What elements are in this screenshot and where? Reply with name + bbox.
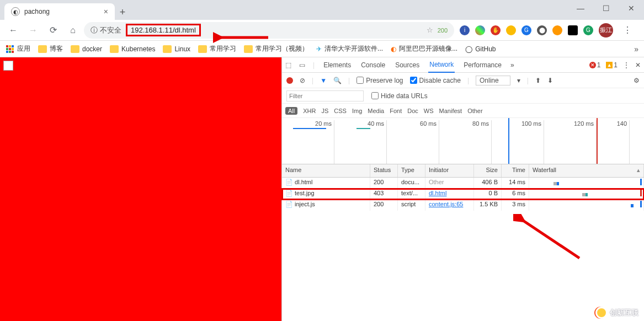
device-toggle-icon[interactable]: ▭ [299, 61, 305, 69]
clear-icon[interactable]: ⊘ [300, 77, 305, 84]
filter-manifest[interactable]: Manifest [439, 108, 462, 114]
bookmark-folder[interactable]: Linux [163, 45, 190, 53]
apps-grid-icon [6, 45, 14, 54]
menu-kebab-icon[interactable]: ⋮ [619, 22, 636, 39]
col-size[interactable]: Size [474, 164, 502, 177]
bookmark-label: docker [82, 45, 102, 53]
bookmark-label: GitHub [475, 45, 496, 53]
apps-shortcut[interactable]: 应用 [6, 44, 30, 54]
tab-console[interactable]: Console [360, 58, 386, 72]
bookmark-tsinghua[interactable]: ✈清华大学开源软件... [316, 44, 383, 54]
network-toolbar: ⊘ | ▼ 🔍 | Preserve log Disable cache | O… [282, 73, 644, 88]
tab-network[interactable]: Network [428, 57, 455, 73]
tab-sources[interactable]: Sources [394, 58, 421, 72]
bookmarks-overflow-icon[interactable]: » [634, 45, 638, 54]
download-har-icon[interactable]: ⬇ [547, 77, 553, 84]
table-row[interactable]: 📄 test.jpg403text/...dl.html0 B6 ms [282, 189, 644, 200]
svg-rect-2 [12, 45, 14, 47]
filter-img[interactable]: Img [352, 108, 362, 114]
throttle-select[interactable]: Online [476, 76, 510, 85]
hide-data-urls-checkbox[interactable]: Hide data URLs [371, 92, 428, 100]
filter-other[interactable]: Other [467, 108, 483, 114]
folder-icon [163, 45, 172, 53]
throttle-chevron-icon[interactable]: ▾ [517, 77, 520, 84]
filter-doc[interactable]: Doc [407, 108, 418, 114]
more-tabs-icon[interactable]: » [510, 61, 514, 69]
filter-media[interactable]: Media [368, 108, 384, 114]
forward-button[interactable]: → [24, 22, 42, 39]
home-button[interactable]: ⌂ [64, 22, 82, 39]
svg-rect-8 [12, 51, 14, 53]
annotation-arrow-time [513, 214, 585, 264]
timeline-overview[interactable]: 20 ms 40 ms 60 ms 80 ms 100 ms 120 ms 14… [282, 118, 644, 164]
col-waterfall[interactable]: Waterfall ▴ [529, 164, 644, 177]
reload-button[interactable]: ⟳ [44, 22, 62, 39]
col-type[interactable]: Type [398, 164, 425, 177]
ext-rings-icon[interactable] [475, 25, 485, 35]
close-window-button[interactable]: ✕ [619, 0, 644, 17]
apps-label: 应用 [17, 44, 30, 54]
error-count[interactable]: ✕1 [589, 61, 601, 69]
ext-translate-icon[interactable]: G [521, 25, 531, 35]
window-controls: — ☐ ✕ [568, 0, 644, 17]
ext-dark-icon[interactable]: ⬤ [537, 25, 547, 35]
table-row[interactable]: 📄 dl.html200docu...Other406 B14 ms [282, 178, 644, 189]
watermark: 创新互联 [595, 307, 638, 319]
folder-icon [38, 45, 47, 53]
col-status[interactable]: Status [370, 164, 398, 177]
filter-toggle-icon[interactable]: ▼ [320, 77, 327, 84]
filter-input[interactable] [286, 90, 364, 101]
table-row[interactable]: 📄 inject.js200scriptcontent.js:651.5 KB3… [282, 200, 644, 211]
tab-close-icon[interactable]: × [104, 7, 108, 16]
filter-xhr[interactable]: XHR [303, 108, 316, 114]
bookmark-alibaba[interactable]: ◐阿里巴巴开源镜像... [391, 44, 457, 54]
new-tab-button[interactable]: + [115, 4, 130, 20]
filter-all[interactable]: All [285, 107, 297, 115]
devtools-close-icon[interactable]: ✕ [635, 61, 641, 69]
devtools-menu-icon[interactable]: ⋮ [623, 61, 630, 69]
watermark-logo-icon [595, 307, 608, 319]
filter-font[interactable]: Font [390, 108, 402, 114]
tab-performance[interactable]: Performance [462, 58, 503, 72]
ext-pi-icon[interactable]: i [460, 25, 470, 35]
tab-title: pachong [24, 8, 50, 15]
ext-yellow-icon[interactable] [506, 25, 516, 35]
svg-rect-5 [12, 48, 14, 50]
bookmark-label: 博客 [50, 44, 63, 54]
col-name[interactable]: Name [282, 164, 370, 177]
settings-gear-icon[interactable]: ⚙ [634, 77, 640, 84]
col-time[interactable]: Time [502, 164, 529, 177]
col-initiator[interactable]: Initiator [425, 164, 474, 177]
insecure-label: 不安全 [100, 25, 121, 35]
ext-adblock-icon[interactable]: ✋ [491, 25, 501, 35]
ext-green-icon[interactable]: G [583, 25, 593, 35]
browser-tab[interactable]: ◐ pachong × [4, 3, 115, 20]
bookmark-star-icon[interactable]: ☆ [427, 26, 433, 34]
bookmarks-bar: 应用 博客 docker Kubernetes Linux 常用学习 常用学习（… [0, 41, 644, 57]
profile-avatar[interactable]: 振江 [599, 23, 613, 38]
disable-cache-checkbox[interactable]: Disable cache [410, 77, 461, 84]
ext-square-icon[interactable] [568, 25, 578, 35]
ext-orange-icon[interactable] [552, 25, 562, 35]
search-icon[interactable]: 🔍 [333, 77, 342, 84]
insecure-indicator[interactable]: ⓘ 不安全 [91, 25, 121, 35]
address-bar-row: ← → ⟳ ⌂ ⓘ 不安全 192.168.1.11/dl.html ☆ 200… [0, 20, 644, 41]
filter-js[interactable]: JS [321, 108, 328, 114]
bookmark-folder[interactable]: Kubernetes [110, 45, 155, 53]
record-button[interactable] [286, 77, 293, 84]
minimize-button[interactable]: — [568, 0, 593, 17]
bookmark-folder[interactable]: 博客 [38, 44, 63, 54]
maximize-button[interactable]: ☐ [593, 0, 619, 17]
filter-ws[interactable]: WS [424, 108, 434, 114]
filter-css[interactable]: CSS [334, 108, 347, 114]
tab-elements[interactable]: Elements [322, 58, 352, 72]
bookmark-github[interactable]: ◯GitHub [465, 45, 496, 53]
back-button[interactable]: ← [4, 22, 22, 39]
warning-count[interactable]: ▲1 [606, 61, 618, 69]
devtools-tabs: ⬚ ▭ | Elements Console Sources Network P… [282, 57, 644, 73]
preserve-log-checkbox[interactable]: Preserve log [356, 77, 403, 84]
inspect-icon[interactable]: ⬚ [285, 61, 291, 69]
upload-har-icon[interactable]: ⬆ [535, 77, 541, 84]
bookmark-folder[interactable]: docker [71, 45, 102, 53]
svg-rect-6 [6, 51, 8, 53]
